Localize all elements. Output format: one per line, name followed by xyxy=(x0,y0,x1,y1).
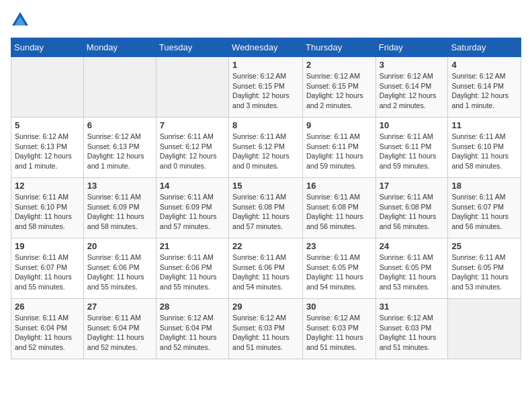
calendar-cell xyxy=(11,57,84,118)
weekday-header-sunday: Sunday xyxy=(11,38,84,57)
calendar-cell: 6Sunrise: 6:12 AM Sunset: 6:13 PM Daylig… xyxy=(83,118,156,178)
day-number: 6 xyxy=(87,120,152,130)
calendar-cell: 8Sunrise: 6:11 AM Sunset: 6:12 PM Daylig… xyxy=(229,118,303,178)
day-number: 18 xyxy=(451,181,517,191)
day-info: Sunrise: 6:11 AM Sunset: 6:05 PM Dayligh… xyxy=(451,253,517,292)
weekday-header-saturday: Saturday xyxy=(448,38,521,57)
calendar-cell: 29Sunrise: 6:12 AM Sunset: 6:03 PM Dayli… xyxy=(229,299,303,359)
day-number: 19 xyxy=(15,241,80,251)
page-header xyxy=(11,11,521,30)
day-info: Sunrise: 6:12 AM Sunset: 6:13 PM Dayligh… xyxy=(15,132,80,171)
day-info: Sunrise: 6:11 AM Sunset: 6:04 PM Dayligh… xyxy=(15,313,80,353)
calendar-cell: 10Sunrise: 6:11 AM Sunset: 6:11 PM Dayli… xyxy=(375,118,448,178)
day-number: 3 xyxy=(380,60,445,70)
day-number: 22 xyxy=(232,241,299,251)
day-number: 8 xyxy=(232,120,299,130)
day-number: 10 xyxy=(380,120,445,130)
calendar-cell: 28Sunrise: 6:12 AM Sunset: 6:04 PM Dayli… xyxy=(156,299,228,359)
day-number: 30 xyxy=(306,302,372,312)
day-number: 1 xyxy=(232,60,299,70)
day-number: 16 xyxy=(306,181,372,191)
weekday-header-wednesday: Wednesday xyxy=(229,38,303,57)
day-info: Sunrise: 6:11 AM Sunset: 6:12 PM Dayligh… xyxy=(232,132,299,171)
day-number: 20 xyxy=(87,241,152,251)
calendar-cell: 3Sunrise: 6:12 AM Sunset: 6:14 PM Daylig… xyxy=(375,57,448,118)
calendar-cell: 30Sunrise: 6:12 AM Sunset: 6:03 PM Dayli… xyxy=(303,299,376,359)
day-info: Sunrise: 6:12 AM Sunset: 6:14 PM Dayligh… xyxy=(380,71,445,111)
calendar-cell: 22Sunrise: 6:11 AM Sunset: 6:06 PM Dayli… xyxy=(229,238,303,299)
calendar-cell: 20Sunrise: 6:11 AM Sunset: 6:06 PM Dayli… xyxy=(83,238,156,299)
calendar-cell: 1Sunrise: 6:12 AM Sunset: 6:15 PM Daylig… xyxy=(229,57,303,118)
day-number: 28 xyxy=(160,302,225,312)
calendar-cell: 12Sunrise: 6:11 AM Sunset: 6:10 PM Dayli… xyxy=(11,178,84,238)
day-number: 13 xyxy=(87,181,152,191)
logo xyxy=(11,11,32,30)
day-info: Sunrise: 6:11 AM Sunset: 6:09 PM Dayligh… xyxy=(87,192,152,232)
day-number: 4 xyxy=(451,60,517,70)
calendar-cell: 27Sunrise: 6:11 AM Sunset: 6:04 PM Dayli… xyxy=(83,299,156,359)
day-number: 25 xyxy=(451,241,517,251)
day-number: 26 xyxy=(15,302,80,312)
day-number: 21 xyxy=(160,241,225,251)
day-info: Sunrise: 6:11 AM Sunset: 6:12 PM Dayligh… xyxy=(160,132,225,171)
calendar-cell: 21Sunrise: 6:11 AM Sunset: 6:06 PM Dayli… xyxy=(156,238,228,299)
day-number: 2 xyxy=(306,60,372,70)
day-number: 27 xyxy=(87,302,152,312)
day-info: Sunrise: 6:12 AM Sunset: 6:03 PM Dayligh… xyxy=(380,313,445,353)
calendar-cell: 16Sunrise: 6:11 AM Sunset: 6:08 PM Dayli… xyxy=(303,178,376,238)
day-info: Sunrise: 6:12 AM Sunset: 6:04 PM Dayligh… xyxy=(160,313,225,353)
calendar-cell: 2Sunrise: 6:12 AM Sunset: 6:15 PM Daylig… xyxy=(303,57,376,118)
day-info: Sunrise: 6:11 AM Sunset: 6:05 PM Dayligh… xyxy=(306,253,372,292)
day-info: Sunrise: 6:11 AM Sunset: 6:08 PM Dayligh… xyxy=(306,192,372,232)
day-info: Sunrise: 6:12 AM Sunset: 6:03 PM Dayligh… xyxy=(232,313,299,353)
calendar-cell: 25Sunrise: 6:11 AM Sunset: 6:05 PM Dayli… xyxy=(448,238,521,299)
day-info: Sunrise: 6:11 AM Sunset: 6:08 PM Dayligh… xyxy=(380,192,445,232)
day-info: Sunrise: 6:11 AM Sunset: 6:09 PM Dayligh… xyxy=(160,192,225,232)
day-info: Sunrise: 6:11 AM Sunset: 6:11 PM Dayligh… xyxy=(306,132,372,171)
calendar-cell: 23Sunrise: 6:11 AM Sunset: 6:05 PM Dayli… xyxy=(303,238,376,299)
weekday-header-monday: Monday xyxy=(83,38,156,57)
day-number: 17 xyxy=(380,181,445,191)
day-number: 12 xyxy=(15,181,80,191)
day-number: 14 xyxy=(160,181,225,191)
calendar-cell: 4Sunrise: 6:12 AM Sunset: 6:14 PM Daylig… xyxy=(448,57,521,118)
day-info: Sunrise: 6:11 AM Sunset: 6:10 PM Dayligh… xyxy=(15,192,80,232)
calendar-cell: 17Sunrise: 6:11 AM Sunset: 6:08 PM Dayli… xyxy=(375,178,448,238)
calendar-cell: 15Sunrise: 6:11 AM Sunset: 6:08 PM Dayli… xyxy=(229,178,303,238)
day-info: Sunrise: 6:11 AM Sunset: 6:06 PM Dayligh… xyxy=(87,253,152,292)
calendar-cell: 24Sunrise: 6:11 AM Sunset: 6:05 PM Dayli… xyxy=(375,238,448,299)
calendar-cell: 5Sunrise: 6:12 AM Sunset: 6:13 PM Daylig… xyxy=(11,118,84,178)
calendar-cell xyxy=(156,57,228,118)
day-number: 23 xyxy=(306,241,372,251)
calendar-header: SundayMondayTuesdayWednesdayThursdayFrid… xyxy=(11,38,521,57)
day-number: 29 xyxy=(232,302,299,312)
day-info: Sunrise: 6:12 AM Sunset: 6:15 PM Dayligh… xyxy=(232,71,299,111)
day-number: 7 xyxy=(160,120,225,130)
day-info: Sunrise: 6:11 AM Sunset: 6:06 PM Dayligh… xyxy=(232,253,299,292)
calendar-cell xyxy=(448,299,521,359)
calendar-cell: 26Sunrise: 6:11 AM Sunset: 6:04 PM Dayli… xyxy=(11,299,84,359)
weekday-header-thursday: Thursday xyxy=(303,38,376,57)
day-info: Sunrise: 6:11 AM Sunset: 6:04 PM Dayligh… xyxy=(87,313,152,353)
day-info: Sunrise: 6:11 AM Sunset: 6:07 PM Dayligh… xyxy=(15,253,80,292)
calendar-cell: 9Sunrise: 6:11 AM Sunset: 6:11 PM Daylig… xyxy=(303,118,376,178)
day-info: Sunrise: 6:12 AM Sunset: 6:13 PM Dayligh… xyxy=(87,132,152,171)
day-number: 5 xyxy=(15,120,80,130)
day-info: Sunrise: 6:11 AM Sunset: 6:08 PM Dayligh… xyxy=(232,192,299,232)
day-number: 24 xyxy=(380,241,445,251)
day-info: Sunrise: 6:12 AM Sunset: 6:14 PM Dayligh… xyxy=(451,71,517,111)
calendar-table: SundayMondayTuesdayWednesdayThursdayFrid… xyxy=(11,38,521,359)
calendar-cell: 11Sunrise: 6:11 AM Sunset: 6:10 PM Dayli… xyxy=(448,118,521,178)
calendar-cell: 18Sunrise: 6:11 AM Sunset: 6:07 PM Dayli… xyxy=(448,178,521,238)
calendar-cell: 19Sunrise: 6:11 AM Sunset: 6:07 PM Dayli… xyxy=(11,238,84,299)
calendar-cell: 13Sunrise: 6:11 AM Sunset: 6:09 PM Dayli… xyxy=(83,178,156,238)
day-number: 9 xyxy=(306,120,372,130)
calendar-cell: 7Sunrise: 6:11 AM Sunset: 6:12 PM Daylig… xyxy=(156,118,228,178)
day-info: Sunrise: 6:12 AM Sunset: 6:15 PM Dayligh… xyxy=(306,71,372,111)
day-info: Sunrise: 6:11 AM Sunset: 6:07 PM Dayligh… xyxy=(451,192,517,232)
logo-icon xyxy=(11,11,30,30)
day-info: Sunrise: 6:11 AM Sunset: 6:06 PM Dayligh… xyxy=(160,253,225,292)
day-number: 31 xyxy=(380,302,445,312)
weekday-header-friday: Friday xyxy=(375,38,448,57)
day-info: Sunrise: 6:11 AM Sunset: 6:11 PM Dayligh… xyxy=(380,132,445,171)
